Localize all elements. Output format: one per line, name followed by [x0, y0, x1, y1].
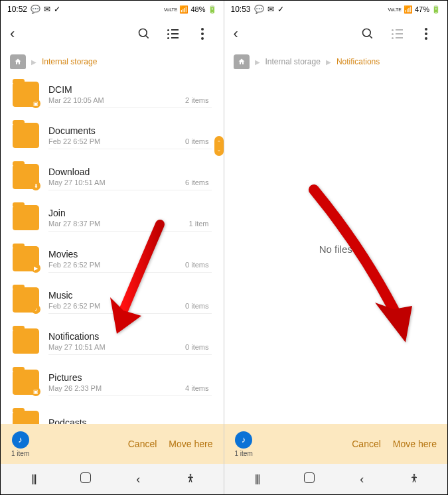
app-bar: ‹ [1, 18, 224, 50]
folder-name: DCIM [48, 84, 209, 95]
folder-count: 4 items [185, 384, 208, 392]
nav-accessibility[interactable] [401, 473, 427, 486]
folder-date: May 26 2:33 PM [48, 384, 102, 392]
more-icon[interactable] [414, 22, 438, 46]
app-bar: ‹ [224, 18, 448, 50]
chevron-right-icon: ▶ [31, 58, 37, 66]
svg-point-5 [413, 474, 415, 476]
search-icon[interactable] [356, 22, 380, 46]
folder-icon [13, 123, 39, 148]
folder-date: Feb 22 6:52 PM [48, 261, 100, 269]
folder-icon: ⬇ [13, 164, 39, 189]
cancel-button[interactable]: Cancel [128, 439, 157, 449]
home-icon[interactable] [234, 54, 250, 69]
view-list-icon[interactable] [385, 22, 409, 46]
battery-text: 48% [190, 5, 205, 13]
folder-name: Movies [48, 249, 209, 259]
action-bar: ♪ 1 item Cancel Move here [224, 424, 448, 464]
folder-icon: ♪ [13, 287, 39, 313]
more-icon[interactable] [190, 22, 214, 46]
folder-count: 0 items [185, 343, 208, 351]
folder-icon [13, 205, 39, 230]
svg-point-0 [139, 29, 147, 37]
battery-icon: 🔋 [431, 5, 441, 14]
chevron-right-icon: ▶ [326, 58, 331, 66]
chat-icon: 💬 [31, 5, 40, 14]
signal-icon: 📶 [179, 5, 188, 14]
empty-state: No files [224, 74, 448, 424]
folder-name: Documents [48, 125, 209, 136]
breadcrumb-current[interactable]: Internal storage [42, 57, 97, 66]
folder-icon [13, 411, 39, 424]
breadcrumb-parent[interactable]: Internal storage [265, 57, 321, 66]
scroll-thumb[interactable]: ⌃⌄ [214, 136, 224, 156]
pending-count: 1 item [235, 450, 253, 457]
folder-name: Music [48, 290, 209, 301]
folder-row[interactable]: Podcasts [1, 403, 224, 424]
folder-icon: ▣ [13, 82, 39, 107]
nav-back[interactable]: ‹ [125, 472, 151, 486]
folder-row[interactable]: JoinMar 27 8:37 PM1 item [1, 197, 224, 238]
nav-back[interactable]: ‹ [348, 472, 375, 486]
music-file-icon: ♪ [12, 431, 29, 449]
check-icon: ✓ [54, 5, 60, 14]
folder-date: Mar 27 8:37 PM [48, 220, 100, 228]
svg-point-3 [363, 29, 371, 37]
nav-recents[interactable]: ||| [20, 473, 46, 485]
annotation-arrow [301, 180, 427, 354]
folder-list: ⌃⌄ ▣DCIMMar 22 10:05 AM2 itemsDocumentsF… [1, 74, 224, 424]
svg-point-2 [190, 474, 192, 476]
battery-text: 47% [415, 5, 429, 13]
folder-count: 2 items [185, 96, 208, 104]
status-time: 10:52 [7, 5, 27, 14]
screen-right: 10:53 💬 ✉ ✓ VoLTE 📶 47% 🔋 ‹ ▶ Internal s… [224, 1, 448, 494]
folder-row[interactable]: ▣DCIMMar 22 10:05 AM2 items [1, 74, 224, 115]
nav-accessibility[interactable] [177, 473, 204, 486]
svg-line-1 [145, 36, 148, 38]
nav-home[interactable] [72, 472, 99, 486]
music-file-icon: ♪ [235, 431, 252, 449]
folder-row[interactable]: ⬇DownloadMay 27 10:51 AM6 items [1, 156, 224, 197]
chat-icon: 💬 [254, 5, 264, 14]
folder-date: May 27 10:51 AM [48, 178, 106, 186]
folder-name: Join [48, 208, 209, 218]
folder-name: Download [48, 167, 209, 177]
view-list-icon[interactable] [161, 22, 185, 46]
folder-count: 0 items [185, 137, 208, 145]
folder-row[interactable]: ▣PicturesMay 26 2:33 PM4 items [1, 362, 224, 403]
breadcrumb-current[interactable]: Notifications [336, 57, 380, 66]
folder-date: Feb 22 6:52 PM [48, 137, 100, 145]
status-bar: 10:53 💬 ✉ ✓ VoLTE 📶 47% 🔋 [224, 1, 448, 18]
breadcrumb: ▶ Internal storage [1, 50, 224, 74]
nav-home[interactable] [296, 472, 323, 486]
folder-icon: ▶ [13, 246, 39, 271]
folder-name: Pictures [48, 372, 209, 383]
home-icon[interactable] [10, 54, 26, 69]
action-bar: ♪ 1 item Cancel Move here [1, 424, 224, 464]
folder-count: 0 items [185, 261, 208, 269]
move-here-button[interactable]: Move here [393, 439, 437, 449]
nav-recents[interactable]: ||| [244, 473, 270, 485]
folder-name: Notifications [48, 331, 209, 342]
back-button[interactable]: ‹ [10, 25, 15, 42]
move-here-button[interactable]: Move here [169, 439, 212, 449]
message-icon: ✉ [44, 5, 50, 14]
status-time: 10:53 [231, 5, 251, 14]
screen-left: 10:52 💬 ✉ ✓ VoLTE 📶 48% 🔋 ‹ ▶ Internal s… [1, 1, 224, 494]
folder-row[interactable]: ▶MoviesFeb 22 6:52 PM0 items [1, 238, 224, 279]
folder-row[interactable]: DocumentsFeb 22 6:52 PM0 items [1, 115, 224, 156]
folder-count: 6 items [185, 178, 208, 186]
volte-icon: VoLTE [164, 7, 178, 12]
folder-row[interactable]: NotificationsMay 27 10:51 AM0 items [1, 320, 224, 362]
folder-icon [13, 328, 39, 354]
folder-date: Feb 22 6:52 PM [48, 302, 100, 310]
search-icon[interactable] [132, 22, 156, 46]
cancel-button[interactable]: Cancel [352, 439, 381, 449]
status-bar: 10:52 💬 ✉ ✓ VoLTE 📶 48% 🔋 [1, 1, 224, 18]
folder-name: Podcasts [48, 417, 209, 425]
folder-row[interactable]: ♪MusicFeb 22 6:52 PM0 items [1, 279, 224, 320]
nav-bar: ||| ‹ [224, 464, 448, 494]
battery-icon: 🔋 [208, 5, 217, 14]
volte-icon: VoLTE [388, 7, 402, 12]
back-button[interactable]: ‹ [234, 25, 238, 42]
